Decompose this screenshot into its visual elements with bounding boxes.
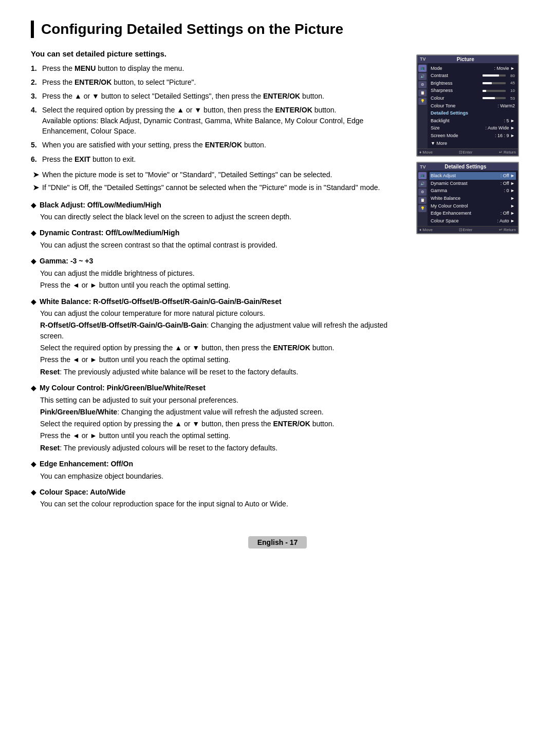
bullet-body-line-my-colour-control: Pink/Green/Blue/White: Changing the adju… (40, 407, 401, 417)
tv-screen-1-footer: ♦ Move ⊡Enter ↵ Return (417, 148, 518, 156)
tv-screen-2: TV Detailed Settings 📺 🔊 ⚙ 📋 💡 Black Adj… (416, 162, 519, 234)
tv-screen-1-row-10: ▼ More (430, 140, 516, 147)
tv-screen-2-row-label-4: My Colour Control (431, 203, 468, 210)
tv-screen-1-slider-bar-4 (483, 97, 506, 99)
tv-screen-2-row-3: White Balance ► (430, 195, 516, 202)
step-num-4: 4. (31, 105, 42, 115)
bullet-diamond-edge-enhancement: ◆ (31, 460, 36, 468)
bullet-section-dynamic-contrast: ◆Dynamic Contrast: Off/Low/Medium/HighYo… (31, 228, 401, 250)
tv-screen-1-row-4: Colour53 (430, 94, 516, 102)
bullet-diamond-black-adjust: ◆ (31, 201, 36, 209)
tv-icon-3: ⚙ (418, 81, 427, 88)
tv-screen-2-row-value-2: : 0 ► (504, 187, 515, 194)
bullet-diamond-white-balance: ◆ (31, 297, 36, 306)
tv-screen-1-header-left: TV (420, 56, 426, 62)
tv-screen-2-row-value-1: : Off ► (501, 180, 515, 187)
bullet-body-line-white-balance: R-Offset/G-Offset/B-Offset/R-Gain/G-Gain… (40, 320, 401, 341)
bullet-title-my-colour-control: My Colour Control: Pink/Green/Blue/White… (40, 383, 206, 393)
tv-screen-1-slider-bar-3 (483, 90, 506, 92)
bullet-body-edge-enhancement: You can emphasize object boundaries. (31, 471, 401, 481)
tv-screen-2-icon-3: ⚙ (418, 188, 427, 196)
bullet-body-line-white-balance: Press the ◄ or ► button until you reach … (40, 354, 401, 365)
tv-screen-1-row-label-0: Mode (431, 65, 442, 72)
tv-screen-1-slider-num-3: 10 (507, 88, 515, 93)
bullet-body-line-my-colour-control: This setting can be adjusted to suit you… (40, 395, 401, 405)
tv-screen-1-slider-num-2: 45 (507, 80, 515, 86)
step-text-2: Press the ENTER/OK button, to select "Pi… (42, 77, 401, 87)
left-column: You can set detailed picture settings. 1… (31, 49, 401, 516)
step-3: 3.Press the ▲ or ▼ button to select "Det… (31, 91, 401, 101)
step-6: 6.Press the EXIT button to exit. (31, 154, 401, 164)
tv-screen-2-row-value-5: : Off ► (501, 210, 515, 217)
tv-screen-1-slider-num-4: 53 (507, 96, 515, 101)
bullet-header-edge-enhancement: ◆Edge Enhancement: Off/On (31, 459, 401, 469)
tv-screen-1-slider-fill-3 (483, 90, 486, 92)
tv-footer-1-move: ♦ Move (419, 150, 433, 155)
page-title: Configuring Detailed Settings on the Pic… (31, 21, 524, 38)
bullet-body-line-gamma: Press the ◄ or ► button until you reach … (40, 280, 401, 290)
bullet-section-edge-enhancement: ◆Edge Enhancement: Off/OnYou can emphasi… (31, 459, 401, 481)
step-num-3: 3. (31, 91, 42, 101)
tv-icon-1: 📺 (418, 65, 427, 72)
tv-screen-1-row-value-0: : Movie ► (494, 65, 515, 72)
bullet-sections: ◆Black Adjust: Off/Low/Medium/HighYou ca… (31, 200, 401, 509)
tv-screen-1-header-center: Picture (457, 56, 474, 62)
bullet-body-dynamic-contrast: You can adjust the screen contrast so th… (31, 240, 401, 250)
tv-screen-1-slider-num-1: 80 (507, 73, 515, 79)
bullet-body-line-black-adjust: You can directly select the black level … (40, 212, 401, 222)
tv-screen-2-row-label-1: Dynamic Contrast (431, 180, 468, 187)
step-num-6: 6. (31, 154, 42, 164)
tv-screen-1-slider-fill-2 (483, 82, 492, 84)
tv-screen-2-row-value-4: ► (510, 203, 515, 210)
bullet-header-my-colour-control: ◆My Colour Control: Pink/Green/Blue/Whit… (31, 383, 401, 393)
note-text-2: If "DNIe" is Off, the "Detailed Settings… (42, 182, 380, 193)
note-arrow-2: ➤ (33, 182, 42, 193)
bullet-body-line-edge-enhancement: You can emphasize object boundaries. (40, 471, 401, 481)
bullet-diamond-my-colour-control: ◆ (31, 384, 36, 392)
tv-screen-2-icon-5: 💡 (418, 205, 427, 212)
intro-text: You can set detailed picture settings. (31, 49, 401, 58)
tv-screen-2-row-4: My Colour Control ► (430, 202, 516, 210)
tv-screen-1-icons: 📺 🔊 ⚙ 📋 💡 (417, 63, 428, 149)
tv-screen-1-slider-3: 10 (453, 88, 515, 93)
tv-screen-2-row-label-0: Black Adjust (431, 173, 456, 179)
tv-screen-1-slider-2: 45 (453, 80, 515, 86)
bullet-body-line-white-balance: Select the required option by pressing t… (40, 343, 401, 353)
tv-screen-2-row-6: Colour Space: Auto ► (430, 217, 516, 225)
bullet-header-dynamic-contrast: ◆Dynamic Contrast: Off/Low/Medium/High (31, 228, 401, 238)
tv-screen-1-slider-1: 80 (448, 73, 515, 79)
tv-icon-5: 💡 (418, 98, 427, 105)
note-arrow-1: ➤ (33, 169, 42, 180)
step-num-1: 1. (31, 63, 42, 73)
tv-screen-2-icons: 📺 🔊 ⚙ 📋 💡 (417, 171, 428, 226)
bullet-section-my-colour-control: ◆My Colour Control: Pink/Green/Blue/Whit… (31, 383, 401, 453)
step-2: 2.Press the ENTER/OK button, to select "… (31, 77, 401, 87)
tv-screen-1-row-label-3: Sharpness (431, 87, 453, 94)
step-text-3: Press the ▲ or ▼ button to select "Detai… (42, 91, 401, 101)
tv-screen-2-header-center: Detailed Settings (445, 164, 486, 169)
step-num-5: 5. (31, 140, 42, 150)
bullet-diamond-gamma: ◆ (31, 257, 36, 265)
tv-screen-2-icon-1: 📺 (418, 172, 427, 179)
tv-screen-2-header: TV Detailed Settings (417, 163, 518, 171)
bullet-title-edge-enhancement: Edge Enhancement: Off/On (40, 459, 133, 469)
bullet-body-line-colour-space: You can set the colour reproduction spac… (40, 499, 401, 509)
tv-screen-1-row-label-2: Brightness (431, 80, 453, 87)
bullet-title-black-adjust: Black Adjust: Off/Low/Medium/High (40, 200, 161, 211)
tv-screen-1-row-value-9: : 16 : 9 ► (495, 133, 515, 139)
tv-screen-1-row-label-6: Detailed Settings (431, 110, 468, 117)
tv-screen-1-row-0: Mode: Movie ► (430, 65, 516, 72)
bullet-body-line-my-colour-control: Press the ◄ or ► button until you reach … (40, 430, 401, 441)
tv-screen-2-header-left: TV (420, 164, 426, 169)
bullet-body-white-balance: You can adjust the colour temperature fo… (31, 308, 401, 377)
page-number-badge: English - 17 (248, 536, 307, 549)
tv-screen-1-row-value-5: : Warm2 (497, 103, 515, 109)
bullet-section-colour-space: ◆Colour Space: Auto/WideYou can set the … (31, 487, 401, 509)
step-text-4: Select the required option by pressing t… (42, 105, 401, 136)
tv-footer-1-return: ↵ Return (499, 150, 516, 155)
tv-screen-2-row-value-0: : Off ► (501, 173, 515, 179)
tv-screen-1-row-value-7: : 5 ► (504, 118, 515, 124)
tv-screen-2-row-1: Dynamic Contrast: Off ► (430, 180, 516, 187)
tv-screen-1-row-5: Colour Tone: Warm2 (430, 102, 516, 110)
tv-screen-1-row-value-8: : Auto Wide ► (486, 125, 515, 131)
